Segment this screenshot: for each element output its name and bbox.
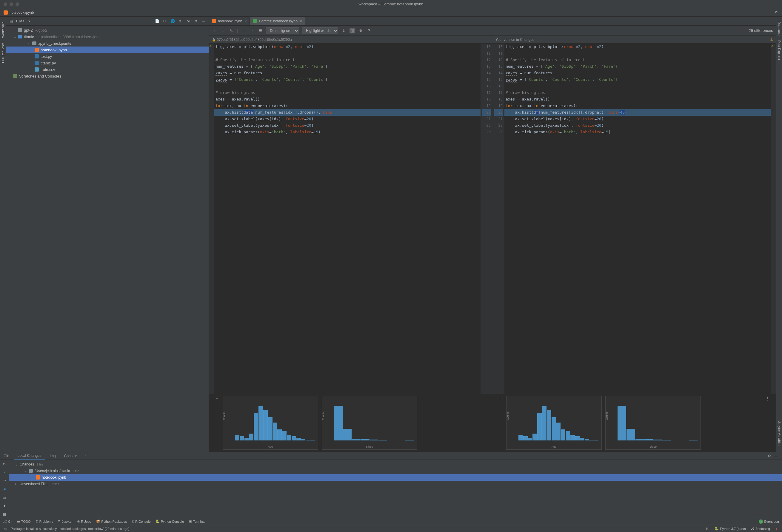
close-icon[interactable]: × xyxy=(84,454,86,458)
side-by-side-icon[interactable]: ◫ xyxy=(350,28,355,33)
redo-icon[interactable]: → xyxy=(249,28,255,33)
diff-right-pane[interactable]: 1011121314151617181920212223 fig, axes =… xyxy=(493,43,776,394)
edit-icon[interactable]: ✎ xyxy=(228,28,234,33)
chevron-right-icon[interactable]: › xyxy=(28,41,31,46)
diff-count: 29 differences xyxy=(749,28,773,33)
tree-node-notebook[interactable]: notebook.ipynb xyxy=(6,46,209,53)
diff-icon xyxy=(253,19,257,23)
settings-icon[interactable]: ⚙ xyxy=(193,18,199,24)
diff-left-pane[interactable]: fig, axes = plt.subplots(nrows=2, ncols=… xyxy=(209,43,493,394)
changed-file[interactable]: notebook.ipynb xyxy=(9,474,782,481)
status-jupyter[interactable]: ⟳ Jupyter xyxy=(58,520,73,523)
unversioned-header[interactable]: › Unversioned Files 9 files xyxy=(9,481,782,487)
nav-file[interactable]: notebook.ipynb xyxy=(9,10,34,14)
changes-header[interactable]: ⌄ Changes 1 file xyxy=(9,461,782,467)
collapse-diff-icon[interactable]: ⇕ xyxy=(341,28,347,33)
diff-help-icon[interactable]: ? xyxy=(366,28,371,33)
diff-content[interactable]: fig, axes = plt.subplots(nrows=2, ncols=… xyxy=(209,43,776,394)
undo-icon[interactable]: ← xyxy=(241,28,246,33)
highlight-select[interactable]: Highlight words xyxy=(302,27,338,34)
python-icon xyxy=(35,54,39,59)
open-external-icon[interactable] xyxy=(773,10,778,15)
workspace-tool[interactable]: Workspace xyxy=(1,22,5,38)
left-code[interactable]: fig, axes = plt.subplots(nrows=2, ncols=… xyxy=(214,43,481,394)
status-pyconsole[interactable]: 🐍 Python Console xyxy=(155,520,184,523)
project-tree[interactable]: › gpt-2 ~/gpt-2 ⌄ titanic http://localho… xyxy=(6,26,209,452)
minimize-panel-icon[interactable]: — xyxy=(773,453,778,459)
prev-diff-icon[interactable]: ↑ xyxy=(212,28,217,33)
pull-requests-tool[interactable]: Pull Requests xyxy=(1,43,5,63)
database-tool[interactable]: Database xyxy=(778,22,781,36)
tree-url: http://localhost:8888 from /Users/jetb xyxy=(36,35,100,39)
close-icon[interactable]: × xyxy=(244,19,247,23)
tree-node-traincsv[interactable]: train.csv xyxy=(6,66,209,73)
diff-icon[interactable]: ⬈ xyxy=(2,487,7,492)
status-rjobs[interactable]: ® R Jobs xyxy=(77,520,91,523)
error-indicator-icon[interactable]: ● xyxy=(774,526,779,531)
close-window[interactable] xyxy=(4,2,7,6)
tree-node-gpt2[interactable]: › gpt-2 ~/gpt-2 xyxy=(6,27,209,33)
jupyter-vars-tool[interactable]: Jupyter Variables xyxy=(778,421,781,446)
info-icon[interactable]: ▭ xyxy=(3,526,8,531)
tab-local-changes[interactable]: Local Changes xyxy=(14,452,45,460)
data-explorer-tool[interactable]: Data Explorer xyxy=(778,40,781,60)
status-event-log[interactable]: 3 Event Log xyxy=(759,520,779,524)
tab-log[interactable]: Log xyxy=(46,453,60,459)
tree-node-testpy[interactable]: test.py xyxy=(6,53,209,60)
shelf-icon[interactable]: ▭ xyxy=(2,495,7,500)
tree-label: Scratches and Consoles xyxy=(19,74,61,78)
rollback-icon[interactable]: ↶ xyxy=(2,478,7,484)
interpreter[interactable]: 🐍 Python 3.7 (base) xyxy=(715,527,746,531)
status-rconsole[interactable]: ® R Console xyxy=(132,520,150,523)
folder-icon xyxy=(29,469,33,473)
collapse-output-icon[interactable]: ⌄ xyxy=(215,396,219,400)
dropdown-icon[interactable]: ▾ xyxy=(27,18,32,24)
status-todo[interactable]: ☰ TODO xyxy=(17,520,31,523)
collapse-all-icon[interactable]: ⇲ xyxy=(185,18,191,24)
right-code[interactable]: fig, axes = plt.subplots(nrows=2, ncols=… xyxy=(504,43,771,394)
expand-all-icon[interactable]: ⇱ xyxy=(178,18,183,24)
project-view-icon[interactable]: ▤ xyxy=(8,18,14,24)
ignore-select[interactable]: Do not ignore xyxy=(266,27,299,34)
editor-tab-notebook[interactable]: notebook.ipynb × xyxy=(209,17,250,25)
diff-settings-icon[interactable]: ⚙ xyxy=(358,28,363,33)
status-git[interactable]: ⎇ Git xyxy=(3,520,12,523)
list-icon[interactable]: ☰ xyxy=(258,28,263,33)
group-icon[interactable]: ⊞ xyxy=(2,512,7,517)
minimize-window[interactable] xyxy=(9,2,13,6)
git-tabs: Git: Local Changes Log Console × ⚙ — xyxy=(0,452,782,460)
new-file-icon[interactable]: 📄 xyxy=(154,18,160,24)
tree-node-checkpoints[interactable]: › .ipynb_checkpoints xyxy=(6,40,209,46)
status-problems[interactable]: ⊘ Problems xyxy=(36,520,53,523)
git-branch[interactable]: ⎇ finetuning xyxy=(751,527,770,531)
chevron-right-icon[interactable]: › xyxy=(15,482,19,486)
tree-node-titanic[interactable]: ⌄ titanic http://localhost:8888 from /Us… xyxy=(6,33,209,40)
refresh-icon[interactable]: ⟳ xyxy=(162,18,168,24)
next-diff-icon[interactable]: ↓ xyxy=(220,28,226,33)
chevron-down-icon[interactable]: ⌄ xyxy=(13,35,17,39)
panel-settings-icon[interactable]: ⚙ xyxy=(767,453,772,459)
chevron-down-icon[interactable]: ⌄ xyxy=(15,462,19,466)
chevron-right-icon[interactable]: › xyxy=(13,28,17,33)
status-pypackages[interactable]: 📦 Python Packages xyxy=(96,520,127,523)
cursor-position[interactable]: 1:1 xyxy=(705,527,710,531)
maximize-window[interactable] xyxy=(15,2,19,6)
collapse-output-icon[interactable]: ⌄ xyxy=(498,396,503,400)
status-bar: ⎇ Git ☰ TODO ⊘ Problems ⟳ Jupyter ® R Jo… xyxy=(0,518,782,525)
changes-path[interactable]: ⌄ /Users/jetbrains/titanic 1 file xyxy=(9,467,782,474)
commit-icon[interactable]: ✓ xyxy=(2,470,7,476)
minimize-panel-icon[interactable]: — xyxy=(201,18,206,24)
tree-node-titanicpy[interactable]: titanic.py xyxy=(6,60,209,66)
more-icon[interactable]: ⋮ xyxy=(765,396,770,402)
status-terminal[interactable]: ▣ Terminal xyxy=(189,520,205,523)
globe-icon[interactable]: 🌐 xyxy=(170,18,175,24)
upload-icon[interactable]: ⬆ xyxy=(2,503,7,509)
refresh-icon[interactable]: ⟳ xyxy=(2,462,7,467)
close-icon[interactable]: × xyxy=(300,19,302,23)
tree-node-scratches[interactable]: Scratches and Consoles xyxy=(6,73,209,79)
tab-console[interactable]: Console xyxy=(61,453,81,459)
project-title[interactable]: Files xyxy=(16,19,24,23)
warning-icon[interactable]: ⚠ xyxy=(770,38,773,42)
editor-tab-commit[interactable]: Commit: notebook.ipynb × xyxy=(250,17,305,25)
chevron-down-icon[interactable]: ⌄ xyxy=(24,469,28,473)
